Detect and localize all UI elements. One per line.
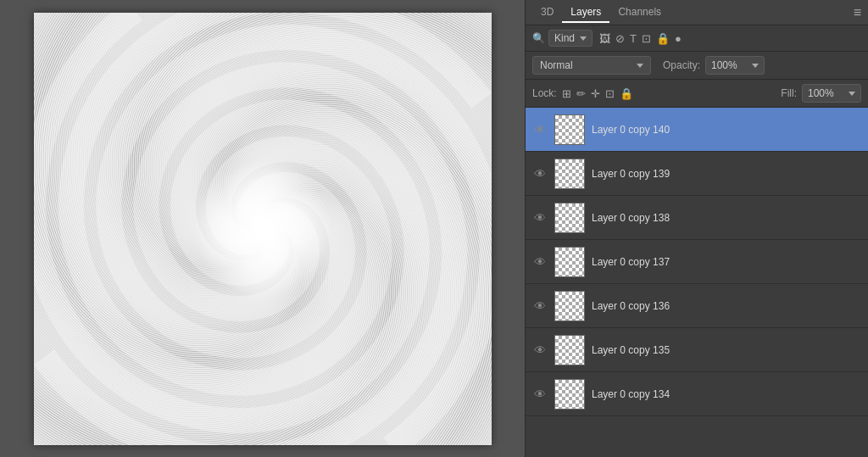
layer-visibility-toggle[interactable]: 👁 [532,255,548,269]
layer-item[interactable]: 👁Layer 0 copy 135 [526,328,868,372]
blend-mode-value: Normal [540,59,573,71]
layer-thumbnail [554,159,585,189]
search-icon: 🔍 [532,32,545,44]
layer-thumbnail [554,114,585,145]
opacity-value-text: 100% [711,59,737,71]
blend-chevron-icon [637,64,643,68]
tab-channels[interactable]: Channels [609,3,670,23]
opacity-input[interactable]: 100% [705,56,765,75]
layer-item[interactable]: 👁Layer 0 copy 140 [526,108,868,152]
blend-mode-row: Normal Opacity: 100% [526,52,868,80]
layer-visibility-toggle[interactable]: 👁 [532,211,548,225]
filter-adjustment-icon[interactable]: ⊘ [615,32,625,45]
lock-label: Lock: [532,87,557,99]
layer-name: Layer 0 copy 136 [592,300,861,312]
lock-all-icon[interactable]: 🔒 [620,87,633,100]
layer-name: Layer 0 copy 138 [592,212,861,224]
opacity-chevron-icon [752,64,759,68]
layer-name: Layer 0 copy 139 [592,168,861,180]
canvas-area [0,0,525,457]
layer-name: Layer 0 copy 137 [592,256,861,268]
lock-icons: ⊞ ✏ ✛ ⊡ 🔒 [562,87,633,100]
layer-visibility-toggle[interactable]: 👁 [532,167,548,181]
blend-mode-dropdown[interactable]: Normal [532,56,651,75]
layer-thumbnail [554,247,585,277]
fill-input[interactable]: 100% [802,84,861,103]
lock-transparent-icon[interactable]: ⊞ [562,87,571,100]
filter-type-icon[interactable]: T [630,32,637,45]
layer-visibility-toggle[interactable]: 👁 [532,123,548,137]
layer-visibility-toggle[interactable]: 👁 [532,299,548,313]
layer-thumbnail [554,291,585,321]
spiral-canvas [34,13,492,445]
panel-menu-icon[interactable]: ≡ [854,5,861,20]
fill-label: Fill: [781,87,797,99]
opacity-label: Opacity: [663,59,700,71]
layer-thumbnail [554,335,585,365]
lock-position-icon[interactable]: ✛ [591,87,600,100]
layers-panel: 3D Layers Channels ≡ 🔍 Kind 🖼 ⊘ T ⊡ 🔒 ● … [525,0,868,457]
filter-pixel-icon[interactable]: ● [675,32,682,45]
layer-item[interactable]: 👁Layer 0 copy 137 [526,240,868,284]
layer-thumbnail [554,379,585,410]
filter-smart-icon[interactable]: 🔒 [656,32,670,45]
layer-visibility-toggle[interactable]: 👁 [532,387,548,401]
lock-pixels-icon[interactable]: ✏ [576,87,586,100]
layer-thumbnail [554,203,585,233]
layer-name: Layer 0 copy 134 [592,388,861,400]
filter-image-icon[interactable]: 🖼 [599,32,610,45]
filter-kind-dropdown[interactable]: Kind [548,30,593,47]
tab-layers[interactable]: Layers [562,3,609,23]
chevron-down-icon [580,36,587,41]
filter-shape-icon[interactable]: ⊡ [642,32,651,45]
panel-tabs: 3D Layers Channels ≡ [526,0,868,25]
lock-row: Lock: ⊞ ✏ ✛ ⊡ 🔒 Fill: 100% [526,80,868,108]
layer-item[interactable]: 👁Layer 0 copy 139 [526,152,868,196]
fill-chevron-icon [849,92,855,96]
filter-icons: 🖼 ⊘ T ⊡ 🔒 ● [599,32,682,45]
tab-3d[interactable]: 3D [532,3,562,23]
layer-name: Layer 0 copy 135 [592,344,861,356]
fill-value-text: 100% [808,87,834,99]
filter-row: 🔍 Kind 🖼 ⊘ T ⊡ 🔒 ● [526,25,868,52]
layer-item[interactable]: 👁Layer 0 copy 134 [526,372,868,416]
layers-list[interactable]: 👁Layer 0 copy 140👁Layer 0 copy 139👁Layer… [526,108,868,457]
layer-visibility-toggle[interactable]: 👁 [532,343,548,357]
lock-artboard-icon[interactable]: ⊡ [605,87,615,100]
layer-item[interactable]: 👁Layer 0 copy 136 [526,284,868,328]
layer-name: Layer 0 copy 140 [592,124,861,136]
layer-item[interactable]: 👁Layer 0 copy 138 [526,196,868,240]
canvas-wrapper [34,13,492,445]
